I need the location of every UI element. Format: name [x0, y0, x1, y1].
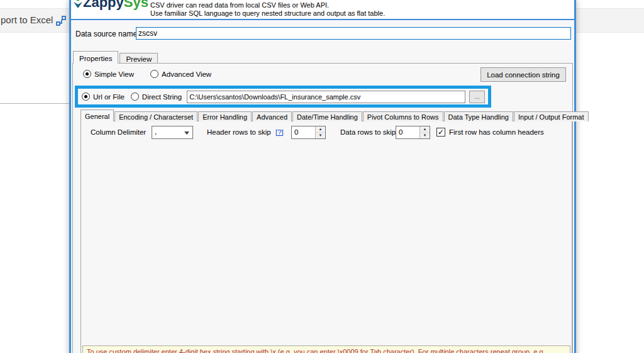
first-row-headers-label: First row has column headers: [449, 128, 544, 136]
url-or-file-label: Url or File: [93, 93, 125, 101]
property-tab-strip: General Encoding / Characterset Error Ha…: [80, 109, 589, 121]
description-line1: CSV driver can read data from local CSV …: [150, 1, 385, 9]
direct-string-radio[interactable]: [131, 92, 139, 101]
data-rows-value: 0: [399, 128, 402, 136]
dialog-header: ZappySys CSV driver can read data from l…: [71, 0, 574, 20]
chevron-down-icon: [184, 132, 189, 135]
data-rows-to-skip-label: Data rows to skip: [340, 128, 396, 136]
simple-view-label: Simple View: [94, 70, 134, 78]
general-tab-panel: [80, 121, 572, 353]
data-rows-spinner[interactable]: 0 ▲▼: [396, 126, 430, 139]
column-delimiter-label: Column Delimiter: [91, 128, 146, 136]
view-mode-radios: Simple View Advanced View: [83, 70, 211, 78]
load-connection-string-button[interactable]: Load connection string: [480, 67, 566, 82]
dialog-description: CSV driver can read data from local CSV …: [150, 1, 385, 18]
advanced-view-label: Advanced View: [162, 70, 211, 78]
direct-string-label: Direct String: [142, 93, 182, 101]
spinner-arrows-icon[interactable]: ▲▼: [419, 126, 430, 138]
main-tab-strip: Properties Preview: [73, 51, 158, 64]
checkmark-icon: ✓: [438, 128, 444, 137]
column-delimiter-value: ,: [155, 128, 157, 135]
tab-data-type-handling[interactable]: Data Type Handling: [444, 111, 513, 121]
tab-general[interactable]: General: [80, 109, 114, 121]
tab-pivot-columns-to-rows[interactable]: Pivot Columns to Rows: [363, 111, 443, 121]
data-source-name-label: Data source name: [75, 30, 137, 38]
url-or-file-radio[interactable]: [82, 92, 90, 101]
column-delimiter-select[interactable]: ,: [152, 126, 193, 139]
tab-properties[interactable]: Properties: [73, 51, 118, 64]
spinner-arrows-icon[interactable]: ▲▼: [315, 126, 325, 138]
tab-preview[interactable]: Preview: [119, 53, 158, 64]
simple-view-radio[interactable]: [83, 70, 91, 78]
advanced-view-radio[interactable]: [150, 70, 158, 78]
header-rows-value: 0: [294, 128, 298, 136]
first-row-headers-checkbox[interactable]: ✓: [436, 128, 445, 137]
header-rows-help-link[interactable]: [?]: [275, 128, 284, 136]
tab-error-handling[interactable]: Error Handling: [198, 111, 252, 121]
zappysys-logo-text: ZappySys: [83, 0, 148, 11]
zappysys-logo-icon: [73, 0, 83, 14]
external-link-icon[interactable]: [55, 15, 67, 26]
tab-input-output-format[interactable]: Input / Output Format: [514, 111, 589, 121]
data-source-name-input[interactable]: [136, 27, 571, 40]
header-rows-spinner[interactable]: 0 ▲▼: [291, 126, 326, 139]
header-rows-to-skip-label: Header rows to skip: [207, 128, 271, 136]
description-line2: Use familiar SQL language to query neste…: [150, 9, 385, 18]
tab-date-time-handling[interactable]: Date/Time Handling: [292, 111, 362, 121]
tab-encoding-characterset[interactable]: Encoding / Characterset: [114, 111, 197, 121]
export-to-excel-label[interactable]: port to Excel: [1, 14, 53, 25]
zappysys-csv-driver-dialog: ZappySys CSV driver can read data from l…: [69, 0, 576, 353]
logo-zappy: Zappy: [83, 0, 124, 10]
browse-button[interactable]: ...: [469, 91, 485, 103]
source-row-highlight: Url or File Direct String ...: [75, 86, 491, 108]
custom-delimiter-info-message: To use custom delimiter enter 4-digit he…: [82, 345, 570, 353]
logo-sys: Sys: [124, 0, 148, 10]
file-path-input[interactable]: [187, 91, 465, 103]
tab-advanced[interactable]: Advanced: [252, 111, 292, 121]
divider: [0, 103, 70, 104]
